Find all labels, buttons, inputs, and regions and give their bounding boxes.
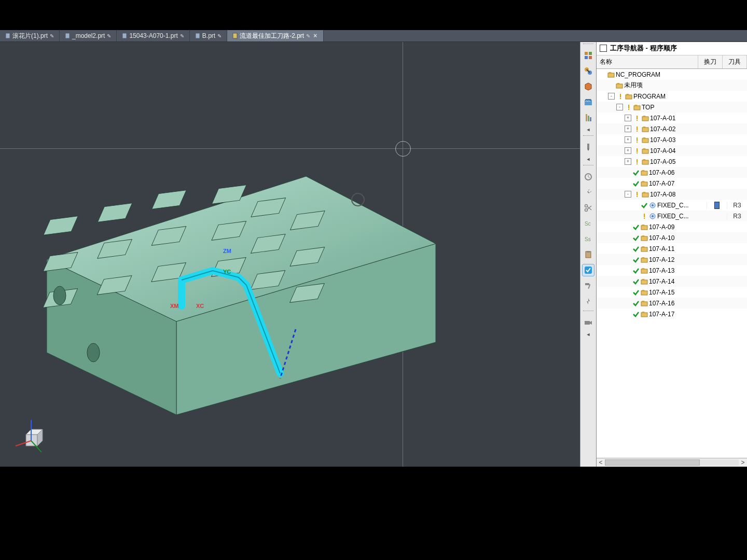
document-tab[interactable]: 15043-A070-1.prt✎ (117, 30, 189, 41)
tree-program[interactable]: - PROGRAM (597, 91, 747, 102)
scissors-icon[interactable] (582, 202, 594, 214)
svg-rect-87 (641, 171, 647, 175)
expand-toggle[interactable]: + (625, 125, 631, 132)
tree-top[interactable]: - TOP (597, 102, 747, 113)
col-tool[interactable]: 刀具 (723, 55, 747, 68)
folder-icon (641, 267, 648, 274)
col-name[interactable]: 名称 (597, 55, 698, 68)
tree-unused[interactable]: 未用项 (597, 80, 747, 91)
tree-group[interactable]: + 107-A-04 (597, 145, 747, 156)
tree-group[interactable]: 107-A-06 (597, 167, 747, 178)
hammer-icon[interactable] (582, 279, 594, 292)
svg-rect-66 (620, 94, 621, 97)
generate-icon[interactable] (582, 295, 594, 307)
tree-group[interactable]: 107-A-11 (597, 243, 747, 254)
svg-rect-89 (637, 192, 638, 195)
tree-group[interactable]: + 107-A-03 (597, 134, 747, 145)
tree-group[interactable]: - 107-A-08 (597, 189, 747, 200)
svg-rect-75 (637, 127, 638, 130)
tree-label: 107-A-16 (649, 300, 674, 307)
expand-toggle[interactable]: + (625, 158, 631, 165)
tree-operation[interactable]: FIXED_C... R3 (597, 211, 747, 221)
3d-viewport[interactable]: ZM YC XM XC (0, 41, 580, 467)
mold-model[interactable] (16, 156, 446, 415)
expand-toggle[interactable]: - (616, 104, 623, 110)
tab-label: 滚花片(1).prt (12, 32, 48, 40)
tree-group[interactable]: 107-A-10 (597, 232, 747, 243)
scroll-right-icon[interactable]: > (739, 459, 747, 466)
crosshair-center-icon (395, 141, 411, 157)
svg-rect-71 (634, 106, 640, 110)
folder-icon (642, 147, 649, 155)
verify-icon[interactable] (582, 264, 594, 276)
tree-group[interactable]: 107-A-17 (597, 309, 747, 319)
machining-navigator-icon[interactable] (582, 111, 594, 124)
document-tab[interactable]: _model2.prt✎ (60, 30, 117, 41)
horizontal-scrollbar[interactable]: < > (597, 458, 747, 467)
operation-icon (649, 213, 656, 220)
status-icon (632, 234, 640, 242)
expand-toggle[interactable]: - (608, 93, 615, 100)
toolchange-chip-icon (714, 202, 720, 209)
tree-group[interactable]: 107-A-14 (597, 276, 747, 287)
status-icon (641, 202, 648, 209)
sc-icon[interactable]: Sc (582, 217, 594, 230)
camera-icon[interactable] (582, 316, 594, 329)
tree-label: 107-A-15 (649, 289, 674, 296)
operation-tree[interactable]: NC_PROGRAM 未用项 - PROGRAM - TOP (597, 69, 747, 458)
resource-bar: ◄ ◄ Sc Ss ◄ (580, 41, 596, 467)
tree-label: NC_PROGRAM (616, 71, 660, 78)
wrench-icon[interactable] (582, 186, 594, 199)
tree-group[interactable]: 107-A-16 (597, 298, 747, 309)
panel-pin-icon[interactable] (600, 45, 607, 52)
svg-rect-73 (637, 120, 638, 121)
tree-root[interactable]: NC_PROGRAM (597, 69, 747, 80)
status-icon (632, 245, 640, 253)
folder-icon (641, 256, 648, 263)
scroll-left-icon[interactable]: < (597, 459, 605, 466)
constraint-navigator-icon[interactable] (582, 65, 594, 77)
tree-label: 107-A-07 (649, 180, 674, 187)
folder-icon (641, 245, 648, 253)
tab-close-icon[interactable]: × (312, 32, 318, 39)
tree-group[interactable]: + 107-A-01 (597, 113, 747, 123)
svg-rect-98 (641, 226, 647, 230)
svg-rect-58 (587, 251, 590, 253)
scroll-thumb[interactable] (605, 459, 700, 466)
prt-file-icon (122, 33, 127, 39)
assembly-navigator-icon[interactable] (582, 49, 594, 62)
collapse-arrow-3-icon[interactable]: ◄ (586, 332, 591, 337)
expand-toggle[interactable]: - (625, 191, 631, 198)
view-triad-icon[interactable] (10, 415, 52, 456)
collapse-arrow-2-icon[interactable]: ◄ (586, 157, 591, 162)
expand-toggle[interactable]: + (625, 115, 631, 121)
tree-group[interactable]: 107-A-13 (597, 265, 747, 276)
expand-toggle[interactable]: + (625, 136, 631, 143)
col-change[interactable]: 换刀 (698, 55, 723, 68)
status-icon (633, 115, 641, 122)
document-tab[interactable]: 流道最佳加工刀路-2.prt✎× (227, 30, 324, 41)
tree-group[interactable]: 107-A-07 (597, 178, 747, 189)
svg-rect-4 (233, 33, 237, 38)
history-icon[interactable] (582, 171, 594, 183)
svg-text:Ss: Ss (585, 236, 591, 242)
tree-group[interactable]: + 107-A-05 (597, 156, 747, 167)
tree-label: 107-A-10 (649, 234, 674, 242)
document-tab[interactable]: B.prt✎ (190, 30, 227, 41)
part-navigator-icon[interactable] (582, 80, 594, 93)
folder-icon (633, 104, 641, 111)
tool-1-icon[interactable] (582, 141, 594, 153)
collapse-arrow-icon[interactable]: ◄ (586, 127, 591, 132)
ss-icon[interactable]: Ss (582, 233, 594, 245)
tab-label: 15043-A070-1.prt (129, 32, 177, 39)
tree-group[interactable]: 107-A-09 (597, 221, 747, 232)
reuse-library-icon[interactable] (582, 96, 594, 108)
tree-operation[interactable]: FIXED_C... R3 (597, 200, 747, 211)
tree-group[interactable]: 107-A-15 (597, 287, 747, 298)
tree-group[interactable]: 107-A-12 (597, 254, 747, 265)
tree-group[interactable]: + 107-A-02 (597, 123, 747, 134)
expand-toggle[interactable]: + (625, 147, 631, 154)
paste-icon[interactable] (582, 248, 594, 261)
document-tab[interactable]: 滚花片(1).prt✎ (0, 30, 60, 41)
folder-icon (642, 125, 649, 133)
